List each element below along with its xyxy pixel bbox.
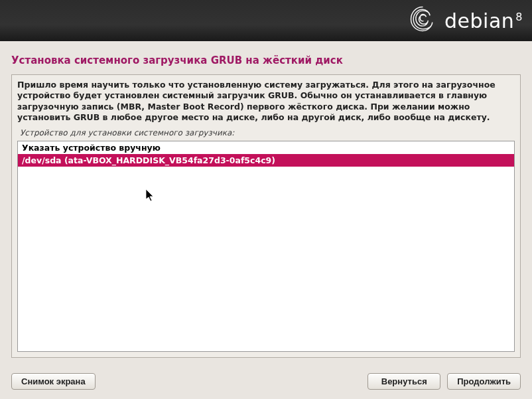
brand-version: 8 <box>515 11 523 23</box>
description-text: Пришло время научить только что установл… <box>17 80 515 123</box>
brand-name: debian8 <box>444 9 523 33</box>
back-button[interactable]: Вернуться <box>367 373 440 390</box>
debian-swirl-icon <box>407 4 438 37</box>
device-list-label: Устройство для установки системного загр… <box>20 128 515 137</box>
installer-header: debian8 <box>0 0 532 41</box>
button-bar: Снимок экрана Вернуться Продолжить <box>0 366 532 399</box>
page-title: Установка системного загрузчика GRUB на … <box>11 54 521 66</box>
continue-button[interactable]: Продолжить <box>447 373 521 390</box>
brand-text: debian <box>444 9 514 33</box>
option-manual[interactable]: Указать устройство вручную <box>18 141 514 154</box>
option-dev-sda[interactable]: /dev/sda (ata-VBOX_HARDDISK_VB54fa27d3-0… <box>18 154 514 167</box>
device-listbox[interactable]: Указать устройство вручную /dev/sda (ata… <box>17 141 515 352</box>
screenshot-button[interactable]: Снимок экрана <box>11 373 96 390</box>
content-panel: Пришло время научить только что установл… <box>11 74 521 358</box>
page-body: Установка системного загрузчика GRUB на … <box>0 41 532 366</box>
